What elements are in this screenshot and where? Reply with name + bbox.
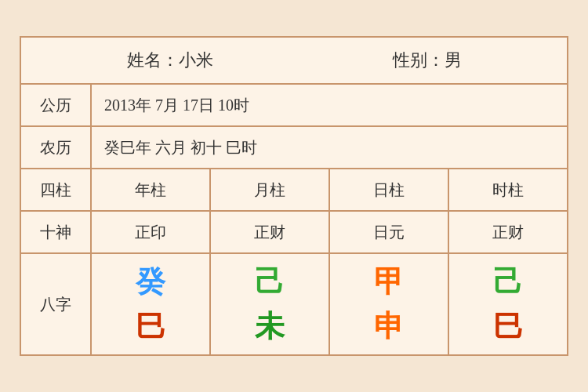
shishen-day: 日元 [330,212,449,252]
solar-content: 2013年 7月 17日 10时 [92,85,567,125]
pillars-cells: 年柱 月柱 日柱 时柱 [92,169,567,210]
bazhi-bottom-1: 未 [255,307,285,347]
shishen-label: 十神 [21,212,92,252]
bazhi-top-2: 甲 [374,262,404,302]
lunar-row: 农历 癸巳年 六月 初十 巳时 [21,127,567,169]
shishen-year: 正印 [92,212,211,252]
pillar-month: 月柱 [211,169,330,210]
bazhi-col-1: 己 未 [211,254,330,354]
bazhi-label: 八字 [21,254,92,354]
bazhi-row: 八字 癸 巳 己 未 甲 申 己 巳 [21,254,567,354]
bazhi-col-3: 己 巳 [449,254,567,354]
lunar-label: 农历 [21,127,92,168]
bazhi-bottom-3: 巳 [493,307,523,347]
bazhi-cells: 癸 巳 己 未 甲 申 己 巳 [92,254,567,354]
shishen-hour: 正财 [449,212,567,252]
pillars-label: 四柱 [21,169,92,210]
lunar-content: 癸巳年 六月 初十 巳时 [92,127,567,168]
bazhi-col-2: 甲 申 [330,254,449,354]
gender-label: 性别：男 [393,49,462,72]
shishen-month: 正财 [211,212,330,252]
bazhi-top-1: 己 [255,262,285,302]
solar-label: 公历 [21,85,92,125]
bazhi-top-0: 癸 [136,262,165,302]
pillars-row: 四柱 年柱 月柱 日柱 时柱 [21,169,567,212]
pillar-day: 日柱 [330,169,449,210]
bazhi-bottom-0: 巳 [136,307,165,347]
shishen-cells: 正印 正财 日元 正财 [92,212,567,252]
pillar-year: 年柱 [92,169,211,210]
pillar-hour: 时柱 [449,169,567,210]
main-container: 姓名：小米 性别：男 公历 2013年 7月 17日 10时 农历 癸巳年 六月… [20,36,568,356]
bazhi-top-3: 己 [493,262,523,302]
shishen-row: 十神 正印 正财 日元 正财 [21,212,567,254]
bazhi-bottom-2: 申 [374,307,404,347]
name-label: 姓名：小米 [127,49,213,72]
solar-row: 公历 2013年 7月 17日 10时 [21,85,567,127]
bazhi-col-0: 癸 巳 [92,254,211,354]
header-row: 姓名：小米 性别：男 [21,38,567,85]
